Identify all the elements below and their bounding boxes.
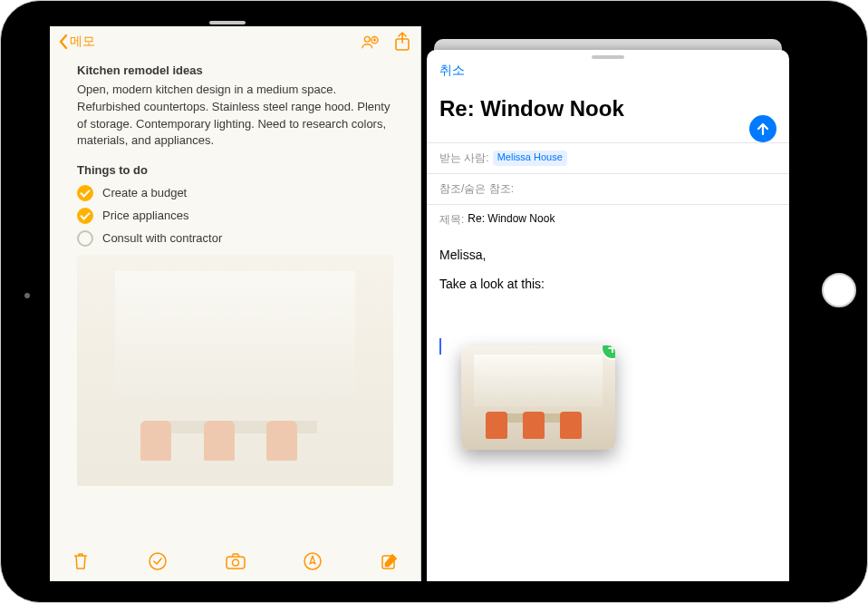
svg-rect-7 [227,557,245,569]
markup-button[interactable] [302,550,323,572]
subject-label: 제목: [439,212,464,228]
notes-bottom-toolbar [50,541,420,581]
multitasking-handle-left[interactable] [209,21,246,24]
todo-checkbox[interactable] [77,208,93,224]
cc-label: 참조/숨은 참조: [439,181,514,197]
mail-body-line: Take a look at this: [439,277,776,291]
status-date: 9월 10일 화요일 [111,10,183,24]
cc-bcc-field[interactable]: 참조/숨은 참조: [427,173,789,204]
mail-subject-heading: Re: Window Nook [427,91,637,131]
svg-rect-1 [766,14,780,20]
status-time-prefix: 오전 [59,10,79,24]
cancel-button[interactable]: 취소 [439,63,465,79]
todo-label: Create a budget [102,185,187,202]
subject-value: Re: Window Nook [468,212,555,228]
note-title: Kitchen remodel ideas [77,63,393,80]
recipient-pill[interactable]: Melissa House [493,151,567,166]
notes-header: 메모 [50,26,420,57]
mail-body-editor[interactable]: Melissa, Take a look at this: + [427,235,789,581]
wifi-icon [719,12,731,21]
note-attached-image[interactable] [77,255,393,486]
front-camera-dot [24,293,30,298]
battery-icon [764,12,784,21]
todo-label: Consult with contractor [102,230,222,248]
send-button[interactable] [749,115,776,142]
home-button[interactable] [822,273,856,307]
back-label: 메모 [70,34,95,50]
battery-percent: 100% [735,11,760,22]
status-bar: 오전 9:41 9월 10일 화요일 100% [50,8,793,24]
split-view-screen: 메모 Kitchen remodel ideas Open, modern ki… [50,26,793,581]
todo-item: Price appliances [77,208,393,225]
subject-field[interactable]: 제목: Re: Window Nook [427,204,789,235]
todo-checkbox[interactable] [77,185,93,201]
camera-button[interactable] [225,550,246,572]
notes-app-pane: 메모 Kitchen remodel ideas Open, modern ki… [50,26,421,581]
mail-body-line: Melissa, [439,248,776,262]
todo-checkbox[interactable] [77,230,93,247]
to-label: 받는 사람: [439,151,489,166]
svg-rect-2 [782,15,784,18]
note-section-heading: Things to do [77,162,393,180]
chevron-left-icon [59,34,68,49]
mail-app-pane: 취소 Re: Window Nook 받는 사람: Melissa House … [421,26,793,581]
checklist-button[interactable] [147,550,169,572]
todo-label: Price appliances [102,208,188,225]
todo-item: Create a budget [77,185,393,202]
arrow-up-icon [756,122,770,136]
mail-compose-sheet: 취소 Re: Window Nook 받는 사람: Melissa House … [427,50,789,581]
note-description: Open, modern kitchen design in a medium … [77,82,393,150]
to-field[interactable]: 받는 사람: Melissa House [427,142,789,173]
add-badge-icon: + [601,345,615,360]
svg-point-8 [232,559,238,566]
ipad-frame: 오전 9:41 9월 10일 화요일 100% [0,0,868,603]
status-time: 9:41 [82,11,101,22]
trash-button[interactable] [70,550,92,572]
note-content[interactable]: Kitchen remodel ideas Open, modern kitch… [50,57,420,541]
svg-point-6 [149,553,166,569]
sheet-grabber[interactable] [592,55,624,59]
share-button[interactable] [393,33,411,51]
svg-point-3 [364,36,370,42]
todo-item: Consult with contractor [77,230,393,248]
back-button[interactable]: 메모 [59,34,95,50]
compose-button[interactable] [379,550,400,572]
text-cursor [439,338,441,355]
collaborate-button[interactable] [361,33,379,51]
dragged-image-thumbnail[interactable]: + [461,345,615,450]
